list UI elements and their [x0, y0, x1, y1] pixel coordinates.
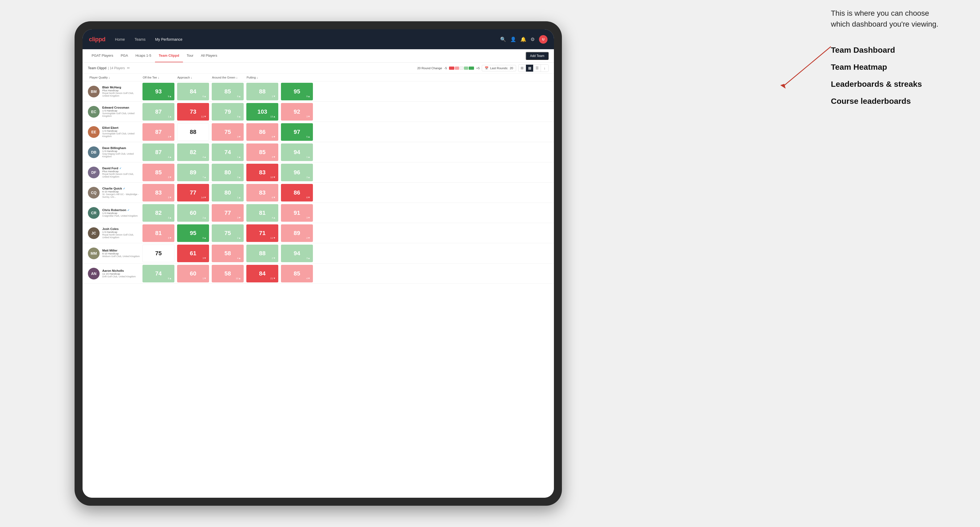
- menu-list-item: Team Dashboard: [831, 46, 948, 55]
- player-handicap: 1-5 Handicap: [102, 109, 141, 112]
- score-change: 3▼: [168, 176, 172, 179]
- svg-marker-1: [780, 84, 786, 89]
- add-team-button[interactable]: Add Team: [526, 52, 549, 60]
- player-details: Aaron Nicholls11-15 HandicapDrift Golf C…: [102, 269, 136, 278]
- heatmap-view-button[interactable]: ▦: [526, 65, 533, 71]
- user-icon[interactable]: 👤: [510, 37, 516, 42]
- sub-tab-pga[interactable]: PGA: [117, 49, 132, 62]
- score-change: 8▲: [168, 277, 172, 280]
- sub-tab-pgat-players[interactable]: PGAT Players: [88, 49, 117, 62]
- score-cell: 10315▲: [247, 103, 278, 121]
- annotation-text: This is where you can choose which dashb…: [831, 8, 948, 30]
- col-around-green-label: Around the Green ↓: [212, 76, 237, 79]
- table-row[interactable]: ECEdward Crossman1-5 HandicapSunningdale…: [83, 102, 554, 122]
- player-club: Gog Magog Golf Club, United Kingdom: [102, 152, 141, 158]
- score-cell: 813▼: [142, 224, 174, 242]
- score-change: 6▼: [272, 196, 275, 199]
- player-info-cell: EEElliot Ebert1-5 HandicapSunningdale Go…: [88, 124, 141, 140]
- bell-icon[interactable]: 🔔: [520, 37, 526, 42]
- col-player[interactable]: Player Quality ↓: [88, 74, 141, 81]
- user-avatar[interactable]: U: [539, 35, 547, 44]
- table-row[interactable]: CQCharlie Quick✓6-10 HandicapSt. George'…: [83, 183, 554, 203]
- player-name: David Ford✓: [102, 167, 141, 170]
- sub-tab-team-clippd[interactable]: Team Clippd: [155, 49, 183, 62]
- player-details: Blair McHargPlus HandicapRoyal North Dev…: [102, 86, 141, 97]
- player-info-cell: ECEdward Crossman1-5 HandicapSunningdale…: [88, 104, 141, 120]
- hm-light-red: [455, 67, 459, 70]
- table-row[interactable]: EEElliot Ebert1-5 HandicapSunningdale Go…: [83, 122, 554, 142]
- table-row[interactable]: BMBlair McHargPlus HandicapRoyal North D…: [83, 81, 554, 102]
- score-value: 87: [155, 108, 162, 115]
- grid-view-button[interactable]: ⊞: [519, 65, 526, 71]
- table-row[interactable]: ANAaron Nicholls11-15 HandicapDrift Golf…: [83, 264, 554, 284]
- player-info-cell: CRChris Robertson✓1-5 HandicapCraigmilla…: [88, 205, 141, 221]
- score-value: 60: [190, 210, 196, 216]
- score-cell: 823▲: [142, 204, 174, 222]
- player-info-cell: MMMatt Miller6-10 HandicapWoburn Golf Cl…: [88, 245, 141, 261]
- score-cell: 75: [142, 244, 174, 262]
- col-off-tee[interactable]: Off the Tee ↓: [141, 74, 176, 81]
- score-cell: 7111▼: [247, 224, 278, 242]
- nav-link-my-performance[interactable]: My Performance: [153, 36, 185, 43]
- search-icon[interactable]: 🔍: [500, 37, 506, 42]
- table-row[interactable]: JCJosh Coles1-5 HandicapRoyal North Devo…: [83, 223, 554, 243]
- list-view-button[interactable]: ☰: [533, 65, 541, 71]
- player-handicap: 11-15 Handicap: [102, 272, 136, 275]
- table-row[interactable]: CRChris Robertson✓1-5 HandicapCraigmilla…: [83, 203, 554, 223]
- player-avatar: CR: [88, 207, 100, 219]
- score-change: 1▲: [237, 196, 241, 199]
- score-cell: 913▼: [281, 204, 313, 222]
- player-club: Sunningdale Golf Club, United Kingdom: [102, 132, 141, 138]
- score-change: 9▲: [306, 95, 310, 98]
- nav-link-home[interactable]: Home: [113, 36, 127, 43]
- annotation-arrow: [767, 41, 836, 100]
- score-cell: 943▲: [281, 244, 313, 262]
- table-row[interactable]: DBDave Billingham1-5 HandicapGog Magog G…: [83, 142, 554, 162]
- score-change: 3▼: [168, 135, 172, 138]
- sub-tabs-bar: PGAT PlayersPGAHcaps 1-5Team ClippdTourA…: [83, 49, 554, 62]
- sub-tab-tour[interactable]: Tour: [183, 49, 197, 62]
- nav-link-teams[interactable]: Teams: [132, 36, 148, 43]
- score-change: 3▼: [272, 156, 275, 158]
- score-change: 3▲: [306, 176, 310, 179]
- col-off-tee-label: Off the Tee ↓: [143, 76, 159, 79]
- annotation-panel: This is where you can choose which dashb…: [831, 8, 948, 114]
- score-value: 94: [294, 149, 300, 156]
- score-value: 94: [294, 250, 300, 257]
- score-cell: 7311▼: [177, 103, 209, 121]
- score-change: 11▼: [270, 237, 275, 239]
- score-value: 103: [258, 108, 267, 115]
- export-button[interactable]: ↓: [541, 65, 548, 71]
- last-rounds-button[interactable]: 📅 Last Rounds: 20: [482, 65, 516, 71]
- score-change: 1▼: [202, 277, 206, 280]
- score-cell: 975▲: [281, 123, 313, 141]
- player-name: Elliot Ebert: [102, 126, 141, 129]
- table-row[interactable]: MMMatt Miller6-10 HandicapWoburn Golf Cl…: [83, 243, 554, 264]
- settings-icon[interactable]: ⚙: [530, 37, 535, 42]
- sub-tab-hcaps-1-5[interactable]: Hcaps 1-5: [132, 49, 155, 62]
- menu-list-item: Team Heatmap: [831, 62, 948, 71]
- score-cell: 923▼: [281, 103, 313, 121]
- score-value: 75: [224, 230, 231, 237]
- ipad-frame: clippd HomeTeamsMy Performance 🔍 👤 🔔 ⚙ U…: [75, 21, 562, 506]
- player-details: Chris Robertson✓1-5 HandicapCraigmillar …: [102, 208, 138, 217]
- score-cell: 814▲: [247, 204, 278, 222]
- score-value: 58: [224, 250, 231, 257]
- table-row[interactable]: DFDavid Ford✓Plus HandicapRoyal North De…: [83, 162, 554, 183]
- score-change: 9▲: [168, 95, 172, 98]
- sub-tab-all-players[interactable]: All Players: [197, 49, 221, 62]
- col-approach[interactable]: Approach ↓: [176, 74, 210, 81]
- player-avatar: BM: [88, 86, 100, 97]
- player-club: St. George's Hill GC - Weybridge - Surre…: [102, 193, 141, 198]
- score-cell: 773▼: [212, 204, 243, 222]
- hm-green: [469, 67, 474, 70]
- player-avatar: EE: [88, 126, 100, 138]
- score-cell: 752▲: [212, 224, 243, 242]
- col-putting[interactable]: Putting ↓: [245, 74, 280, 81]
- score-cell: 584▲: [212, 244, 243, 262]
- score-change: 2▲: [202, 216, 206, 219]
- col-around-green[interactable]: Around the Green ↓: [210, 74, 245, 81]
- score-value: 75: [155, 250, 162, 257]
- edit-team-icon[interactable]: ✏: [127, 66, 130, 70]
- player-name: Matt Miller: [102, 249, 140, 252]
